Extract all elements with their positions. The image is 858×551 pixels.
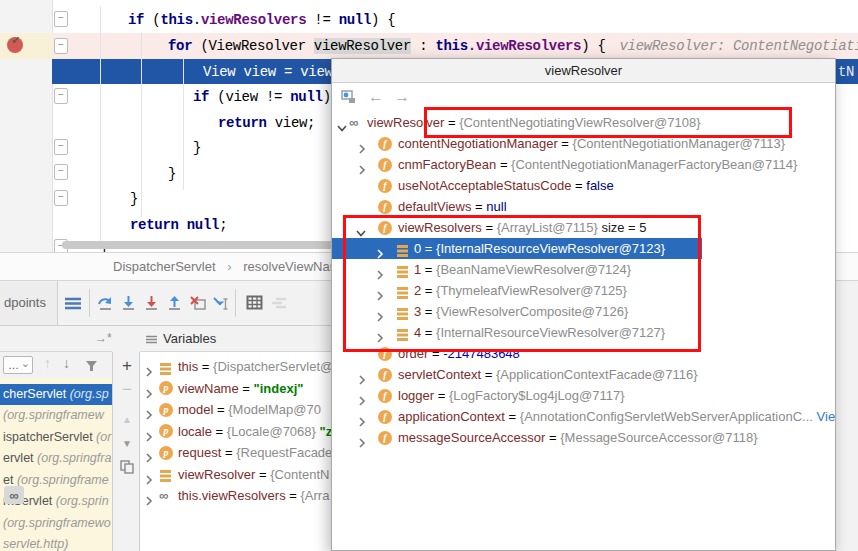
field-icon <box>378 200 392 214</box>
menu-icon[interactable] <box>64 295 84 313</box>
frame-row[interactable]: cherServlet (org.sp <box>0 384 112 405</box>
parameter-icon <box>159 446 173 460</box>
field-icon <box>378 137 392 151</box>
code-line-current: View view = viewR <box>203 60 341 85</box>
code-line: } <box>168 162 176 187</box>
variable-row[interactable]: locale = {Locale@7068} "z <box>140 421 331 443</box>
watch-icon <box>349 112 358 133</box>
layout-settings-icon <box>270 295 290 313</box>
chevron-right-icon[interactable] <box>358 160 366 175</box>
view-link[interactable]: View <box>817 409 835 424</box>
frame-row[interactable]: servlet.http) <box>0 534 112 551</box>
forward-icon[interactable]: → <box>394 83 410 111</box>
horizontal-scrollbar[interactable] <box>62 241 334 249</box>
code-line: } <box>130 187 138 212</box>
tab-variables[interactable]: Variables <box>140 326 331 352</box>
variable-row[interactable]: this = {DispatcherServlet@ <box>140 356 331 378</box>
debugger-inline-hint: viewResolver: ContentNegotiatin <box>620 38 858 54</box>
code-line: return view; <box>218 111 315 136</box>
tree-row[interactable]: messageSourceAccessor = {MessageSourceAc… <box>332 427 835 448</box>
chevron-down-icon[interactable] <box>337 118 347 133</box>
evaluate-expression-icon[interactable] <box>246 295 266 313</box>
variable-row[interactable]: viewResolver = {ContentN <box>140 464 331 486</box>
chevron-right-icon[interactable] <box>358 370 366 385</box>
show-watches-icon[interactable] <box>4 486 24 504</box>
remove-watch-icon: − <box>119 380 135 396</box>
back-icon[interactable]: ← <box>368 83 384 111</box>
tab-breakpoints-stub[interactable]: dpoints →* <box>0 281 58 325</box>
add-watch-icon[interactable]: + <box>119 356 135 372</box>
tree-row[interactable]: logger = {LogFactory$Log4jLog@7117} <box>332 385 835 406</box>
frame-row[interactable]: ervlet (org.springfra <box>0 448 112 469</box>
popup-title[interactable]: viewResolver <box>332 59 835 83</box>
toolbar-separator <box>89 289 90 317</box>
move-down-icon[interactable]: ▼ <box>119 438 135 454</box>
frame-row[interactable]: (org.springframew <box>0 405 112 426</box>
breadcrumb-separator: › <box>227 259 231 274</box>
ide-window: if (this.viewResolvers != null) { for (V… <box>0 0 858 551</box>
code-line-current-tail: tN <box>838 60 854 85</box>
tree-row[interactable]: servletContext = {ApplicationContextFaca… <box>332 364 835 385</box>
arrow-down-icon[interactable]: ↓ <box>63 355 70 371</box>
filter-icon[interactable] <box>86 358 98 376</box>
chevron-right-icon[interactable] <box>358 433 366 448</box>
show-in-variables-icon[interactable] <box>341 90 356 108</box>
toolbar-separator <box>235 289 236 317</box>
field-icon <box>378 410 392 424</box>
parameter-icon <box>159 381 173 395</box>
fold-marker-icon[interactable] <box>54 139 68 155</box>
code-line: } <box>193 136 201 161</box>
frame-row[interactable]: (org.springframewo <box>0 513 112 534</box>
tree-row[interactable]: defaultViews = null <box>332 196 835 217</box>
field-icon <box>378 158 392 172</box>
step-over-icon[interactable] <box>97 295 117 313</box>
run-to-cursor-icon[interactable] <box>212 295 232 313</box>
variable-row[interactable]: viewName = "indexj" <box>140 378 331 400</box>
field-icon <box>378 389 392 403</box>
parameter-icon <box>159 403 173 417</box>
variables-icon <box>146 335 157 344</box>
chevron-right-icon[interactable] <box>358 412 366 427</box>
thread-selector-dropdown[interactable]: … <box>3 356 33 374</box>
indent-guide <box>183 58 184 190</box>
fold-marker-icon[interactable] <box>54 164 68 180</box>
fold-marker-icon[interactable] <box>54 11 68 27</box>
variable-row[interactable]: model = {ModelMap@70 <box>140 399 331 421</box>
variables-list: this = {DispatcherServlet@ viewName = "i… <box>140 352 331 551</box>
frames-list: cherServlet (org.sp (org.springframew is… <box>0 378 112 551</box>
step-into-icon[interactable] <box>120 295 140 313</box>
pin-icon[interactable]: →* <box>95 331 112 345</box>
duplicate-watch-icon[interactable] <box>119 460 135 476</box>
field-icon <box>378 179 392 193</box>
parameter-icon <box>159 424 173 438</box>
chevron-right-icon[interactable] <box>145 491 153 513</box>
fold-marker-icon[interactable] <box>54 38 68 54</box>
variable-row[interactable]: request = {RequestFacade <box>140 442 331 464</box>
indent-guide <box>100 6 101 250</box>
tree-row[interactable]: applicationContext = {AnnotationConfigSe… <box>332 406 835 427</box>
chevron-right-icon[interactable] <box>358 391 366 406</box>
indent-guide <box>141 32 142 217</box>
frame-row[interactable]: ispatcherServlet (or <box>0 427 112 448</box>
fold-marker-icon[interactable] <box>54 88 68 104</box>
code-line: if (view != null) <box>193 85 331 110</box>
watch-icon <box>159 485 168 507</box>
tree-row[interactable]: useNotAcceptableStatusCode = false <box>332 175 835 196</box>
breakpoint-icon[interactable] <box>7 37 23 53</box>
code-line: if (this.viewResolvers != null) { <box>128 8 395 33</box>
fold-marker-icon[interactable] <box>54 190 68 206</box>
field-icon <box>378 431 392 445</box>
field-icon <box>378 368 392 382</box>
annotation-box-viewresolvers-list <box>343 215 701 352</box>
variable-row[interactable]: this.viewResolvers = {Arra <box>140 485 331 507</box>
breadcrumb-class[interactable]: DispatcherServlet <box>113 259 216 274</box>
arrow-up-icon: ↑ <box>44 355 51 371</box>
force-step-into-icon[interactable] <box>143 295 163 313</box>
annotation-box-viewresolver-value <box>424 107 792 138</box>
move-up-icon: ▲ <box>119 414 135 430</box>
tree-row[interactable]: cnmFactoryBean = {ContentNegotiationMana… <box>332 154 835 175</box>
step-out-icon[interactable] <box>166 295 186 313</box>
code-line: return null; <box>130 213 227 238</box>
chevron-right-icon[interactable] <box>358 139 366 154</box>
drop-frame-icon[interactable] <box>189 295 209 313</box>
